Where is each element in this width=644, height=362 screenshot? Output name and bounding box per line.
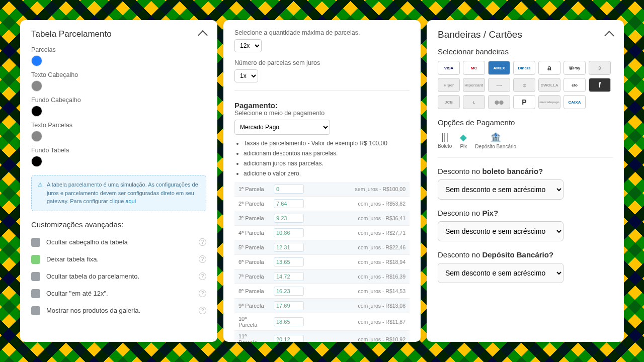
parc-value-input[interactable] [274,243,304,252]
help-icon[interactable]: ? [199,290,206,297]
brand-jcb[interactable]: JCB [438,95,460,109]
note-item: Taxas de parcelamento - Valor de exemplo… [244,140,410,147]
sem-juros-select[interactable]: 1x [234,69,258,82]
parc-note: com juros - R$14,53 [325,284,410,299]
brand-a[interactable]: a [538,61,560,75]
brand-mercadopago[interactable]: mercadopago [538,95,560,109]
collapse-icon[interactable] [198,30,208,40]
label-texto-parcelas: Texto Parcelas [31,122,206,129]
brand-elo[interactable]: elo [564,78,586,92]
select-brands-heading: Selecionar bandeiras [438,47,613,56]
label-parcelas: Parcelas [31,46,206,53]
info-icon: ⚠ [38,180,43,206]
swatch-fundo-cabecalho[interactable] [31,106,42,117]
parc-value-input[interactable] [274,301,304,310]
brand-caixa[interactable]: CAIXA [564,95,586,109]
option-row: Ocultar "em até 12x".? [31,285,206,302]
option-checkbox[interactable] [31,306,40,315]
swatch-texto-parcelas[interactable] [31,131,42,142]
parc-row: 10ª Parcelacom juros - R$11,87 [234,313,410,331]
payopt-depósito-bancário[interactable]: 🏦Depósito Bancário [475,132,516,149]
brand-—•[interactable]: —• [488,78,510,92]
parc-value-input[interactable] [274,317,304,326]
parc-value-input[interactable] [274,228,304,237]
parc-note: com juros - R$36,41 [325,211,410,226]
swatch-fundo-tabela[interactable] [31,156,42,167]
option-row: Ocultar cabeçalho da tabela? [31,234,206,251]
max-parcelas-label: Selecione a quantidade máxima de parcela… [234,29,410,36]
payopt-pix[interactable]: ◆Pix [460,132,467,149]
option-checkbox[interactable] [31,272,40,281]
panel-pagamento: Selecione a quantidade máxima de parcela… [223,20,421,342]
brand-◎[interactable]: ◎ [513,78,535,92]
collapse-icon[interactable] [604,31,614,41]
brand-p[interactable]: P [513,95,535,109]
parc-label: 7ª Parcela [234,269,270,284]
help-icon[interactable]: ? [199,255,206,263]
note-item: adicionam descontos nas parcelas. [244,150,410,157]
brand-ⓐpay[interactable]: ⓐPay [564,61,586,75]
max-parcelas-select[interactable]: 12x [234,39,262,52]
parc-note: com juros - R$22,46 [325,240,410,255]
option-row: Ocultar tabela do parcelamento.? [31,268,206,285]
note-item: adicionam juros nas parcelas. [244,160,410,167]
help-icon[interactable]: ? [199,307,206,314]
brand-₿[interactable]: ₿ [589,61,611,75]
panel-tabela-parcelamento: Tabela Parcelamento Parcelas Texto Cabeç… [20,20,217,342]
parc-value-input[interactable] [274,199,304,208]
payopt-icon: ||| [441,132,448,142]
brand-diners[interactable]: Diners [513,61,535,75]
parc-row: 7ª Parcelacom juros - R$16,39 [234,269,410,284]
brand-ł[interactable]: Ł [463,95,485,109]
parc-note: com juros - R$53,82 [325,197,410,211]
pagamento-title: Pagamento: [234,101,410,110]
parc-value-input[interactable] [274,214,304,223]
payopt-boleto[interactable]: |||Boleto [438,132,452,149]
parc-value-input[interactable] [274,257,304,266]
parc-row: 11ª Parcelacom juros - R$10,92 [234,331,410,342]
help-icon[interactable]: ? [199,273,206,280]
parc-row: 2ª Parcelacom juros - R$53,82 [234,197,410,211]
note-link[interactable]: aqui [125,198,136,204]
label-fundo-tabela: Fundo Tabela [31,147,206,154]
parc-value-input[interactable] [274,185,304,194]
parc-note: com juros - R$16,39 [325,269,410,284]
discount-select[interactable]: Sem desconto e sem acréscimo [438,221,564,241]
option-checkbox[interactable] [31,289,40,298]
help-icon[interactable]: ? [199,238,206,246]
brand-mc[interactable]: MC [463,61,485,75]
option-checkbox[interactable] [31,238,40,247]
discount-select[interactable]: Sem desconto e sem acréscimo [438,263,564,283]
swatch-texto-cabecalho[interactable] [31,80,42,92]
discount-select[interactable]: Sem desconto e sem acréscimo [438,179,564,200]
parc-label: 2ª Parcela [234,197,270,211]
parc-row: 9ª Parcelacom juros - R$13,08 [234,299,410,313]
pagamento-sub: Selecione o meio de pagamento [234,110,410,117]
swatch-parcelas[interactable] [31,55,42,66]
brand-dwolla[interactable]: DWOLLA [538,78,560,92]
brand-hipercard[interactable]: Hipercard [463,78,485,92]
option-label: Deixar tabela fixa. [46,255,99,263]
payopt-label: Depósito Bancário [475,144,516,149]
parc-label: 5ª Parcela [234,240,270,255]
gateway-select[interactable]: Mercado Pago [234,120,330,135]
parc-note: com juros - R$11,87 [325,313,410,331]
brand-f[interactable]: f [589,78,611,92]
parc-label: 6ª Parcela [234,255,270,269]
panel-title: Tabela Parcelamento [31,29,112,39]
parc-row: 1ª Parcelasem juros - R$100,00 [234,182,410,197]
brand-amex[interactable]: AMEX [488,61,510,75]
parc-note: com juros - R$10,92 [325,331,410,342]
brand-visa[interactable]: VISA [438,61,460,75]
parc-label: 8ª Parcela [234,284,270,299]
parc-label: 1ª Parcela [234,182,270,197]
parc-value-input[interactable] [274,287,304,296]
option-checkbox[interactable] [31,255,40,264]
parc-value-input[interactable] [274,335,304,342]
parc-note: com juros - R$27,71 [325,226,410,240]
label-texto-cabecalho: Texto Cabeçalho [31,71,206,78]
parc-value-input[interactable] [274,272,304,281]
label-fundo-cabecalho: Fundo Cabeçalho [31,97,206,104]
brand-hiper[interactable]: Hiper [438,78,460,92]
brand-⬤⬤[interactable]: ⬤⬤ [488,95,510,109]
